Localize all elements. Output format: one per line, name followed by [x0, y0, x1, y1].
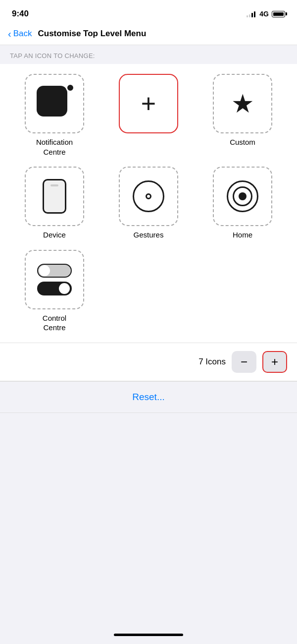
- section-header-text: TAP AN ICON TO CHANGE:: [10, 52, 95, 59]
- toggle-off-row: [37, 264, 72, 278]
- home-icon: [227, 180, 258, 212]
- icon-cell-add-slot[interactable]: +: [119, 74, 178, 157]
- battery-icon: [272, 11, 285, 17]
- gestures-icon: [133, 180, 164, 212]
- home-inner-ring: [233, 186, 252, 206]
- footer-bar: 7 Icons − +: [0, 343, 297, 381]
- status-time: 9:40: [12, 9, 29, 19]
- network-type: 4G: [259, 10, 269, 18]
- star-icon: ★: [231, 91, 254, 117]
- icon-label-control-centre: ControlCentre: [43, 313, 66, 333]
- signal-bars-icon: [247, 10, 255, 17]
- icon-label-gestures: Gestures: [134, 230, 164, 240]
- control-centre-icon: [37, 264, 72, 295]
- minus-icon: −: [241, 355, 248, 369]
- add-icon: +: [141, 91, 156, 117]
- gestures-inner-dot: [146, 193, 151, 199]
- icon-box-device[interactable]: [25, 167, 84, 226]
- device-icon: [43, 179, 66, 214]
- icon-box-gestures[interactable]: [119, 167, 178, 226]
- icons-count: 7 Icons: [198, 357, 226, 367]
- icons-grid-container: NotificationCentre + ★ Custom Device: [0, 64, 297, 343]
- toggle-on-row: [37, 282, 72, 295]
- page-title: Customise Top Level Menu: [38, 29, 146, 39]
- icon-cell-notification-centre[interactable]: NotificationCentre: [25, 74, 84, 157]
- toggle-knob-off: [39, 265, 50, 276]
- icon-label-home: Home: [233, 230, 252, 240]
- status-bar: 9:40 4G: [0, 0, 297, 25]
- icon-label-device: Device: [43, 230, 66, 240]
- reset-button[interactable]: Reset...: [132, 392, 164, 403]
- nav-bar: ‹ Back Customise Top Level Menu: [0, 25, 297, 45]
- icons-grid: NotificationCentre + ★ Custom Device: [10, 74, 287, 333]
- section-header: TAP AN ICON TO CHANGE:: [0, 45, 297, 64]
- home-indicator: [114, 634, 183, 636]
- icon-box-add-slot[interactable]: +: [119, 74, 178, 133]
- icon-cell-gestures[interactable]: Gestures: [119, 167, 178, 240]
- icon-cell-custom[interactable]: ★ Custom: [213, 74, 272, 157]
- plus-button[interactable]: +: [262, 351, 287, 373]
- icon-cell-home[interactable]: Home: [213, 167, 272, 240]
- notification-centre-icon: [37, 86, 72, 121]
- toggle-knob-on: [59, 283, 70, 294]
- icon-box-notification-centre[interactable]: [25, 74, 84, 133]
- back-label: Back: [13, 29, 32, 39]
- icon-box-home[interactable]: [213, 167, 272, 226]
- minus-button[interactable]: −: [232, 351, 256, 373]
- icon-label-custom: Custom: [230, 137, 255, 147]
- bottom-area: [0, 413, 297, 522]
- back-button[interactable]: ‹ Back: [8, 29, 32, 39]
- status-icons: 4G: [247, 10, 285, 18]
- icon-label-notification-centre: NotificationCentre: [36, 137, 73, 157]
- icon-cell-device[interactable]: Device: [25, 167, 84, 240]
- plus-icon: +: [271, 355, 278, 369]
- icon-box-control-centre[interactable]: [25, 250, 84, 309]
- chevron-left-icon: ‹: [8, 29, 11, 39]
- icon-cell-control-centre[interactable]: ControlCentre: [25, 250, 84, 333]
- reset-section: Reset...: [0, 381, 297, 413]
- icon-box-custom[interactable]: ★: [213, 74, 272, 133]
- home-center-dot: [239, 192, 247, 200]
